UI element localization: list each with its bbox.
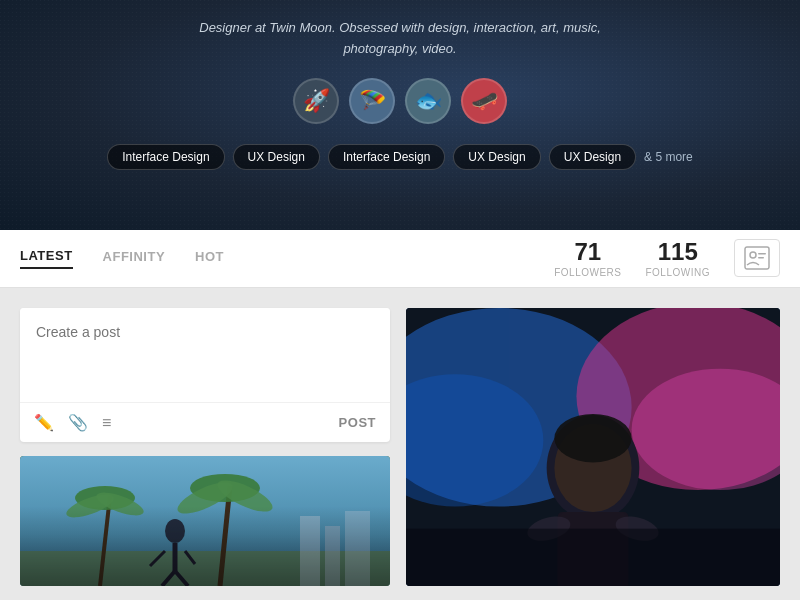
tag-interface-design-2[interactable]: Interface Design	[328, 144, 445, 170]
tag-more[interactable]: & 5 more	[644, 150, 693, 164]
following-count: 115	[658, 238, 698, 267]
skateboard-icon[interactable]: 🛹	[461, 78, 507, 124]
tab-affinity[interactable]: AFFINITY	[103, 249, 166, 268]
small-image-card[interactable]	[20, 456, 390, 586]
tag-ux-design-3[interactable]: UX Design	[549, 144, 636, 170]
create-post-input[interactable]	[20, 308, 390, 398]
tab-latest[interactable]: LATEST	[20, 248, 73, 269]
svg-point-1	[750, 252, 756, 258]
svg-rect-0	[745, 247, 769, 269]
post-button[interactable]: POST	[339, 415, 376, 430]
tag-interface-design-1[interactable]: Interface Design	[107, 144, 224, 170]
profile-card-button[interactable]	[734, 239, 780, 277]
tag-ux-design-2[interactable]: UX Design	[453, 144, 540, 170]
palm-overlay	[20, 506, 390, 586]
stats-section: 71 FOLLOWERS 115 FOLLOWING	[554, 238, 780, 279]
followers-label: FOLLOWERS	[554, 267, 621, 279]
small-image-placeholder	[20, 456, 390, 586]
hero-bio: Designer at Twin Moon. Obsessed with des…	[190, 18, 610, 60]
followers-stat: 71 FOLLOWERS	[554, 238, 621, 279]
svg-point-31	[554, 414, 631, 463]
right-column	[406, 308, 780, 586]
parachute-icon[interactable]: 🪂	[349, 78, 395, 124]
fish-icon[interactable]: 🐟	[405, 78, 451, 124]
main-content: ✏️ 📎 ≡ POST	[0, 288, 800, 600]
rocket-icon[interactable]: 🚀	[293, 78, 339, 124]
tabs-stats-bar: LATEST AFFINITY HOT 71 FOLLOWERS 115 FOL…	[0, 230, 800, 288]
attach-icon[interactable]: 📎	[68, 413, 88, 432]
interest-icons-row: 🚀 🪂 🐟 🛹	[293, 78, 507, 124]
following-label: FOLLOWING	[645, 267, 710, 279]
tabs-nav: LATEST AFFINITY HOT	[20, 248, 224, 269]
svg-rect-3	[758, 257, 764, 259]
post-toolbar: ✏️ 📎 ≡ POST	[20, 402, 390, 442]
tag-ux-design-1[interactable]: UX Design	[233, 144, 320, 170]
large-image-bg	[406, 308, 780, 586]
hero-content: Designer at Twin Moon. Obsessed with des…	[0, 18, 800, 170]
hero-section: Designer at Twin Moon. Obsessed with des…	[0, 0, 800, 230]
create-post-box: ✏️ 📎 ≡ POST	[20, 308, 390, 442]
following-stat: 115 FOLLOWING	[645, 238, 710, 279]
svg-rect-35	[406, 529, 780, 586]
list-icon[interactable]: ≡	[102, 414, 111, 432]
large-image-card[interactable]	[406, 308, 780, 586]
tags-row: Interface Design UX Design Interface Des…	[77, 144, 723, 170]
edit-icon[interactable]: ✏️	[34, 413, 54, 432]
svg-rect-2	[758, 253, 766, 255]
followers-count: 71	[574, 238, 601, 267]
tab-hot[interactable]: HOT	[195, 249, 224, 268]
left-column: ✏️ 📎 ≡ POST	[20, 308, 390, 586]
